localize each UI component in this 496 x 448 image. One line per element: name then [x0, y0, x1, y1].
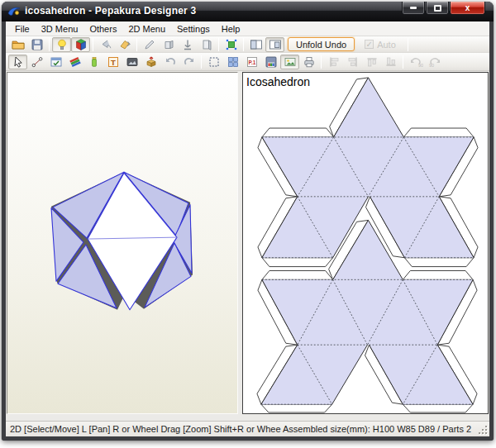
window-title: icosahedron - Pepakura Designer 3 — [25, 5, 196, 17]
menu-file[interactable]: File — [9, 22, 36, 36]
close-icon: x — [465, 4, 470, 12]
rotate-ccw-90-icon[interactable]: 90 — [406, 55, 425, 69]
window-content: File 3D Menu Others 2D Menu Settings Hel… — [6, 21, 489, 436]
toolbar-2d: T P.1 90 90 — [6, 53, 489, 71]
page-number-icon[interactable]: P.1 — [242, 55, 261, 69]
page-number-text: P.1 — [248, 60, 255, 65]
viewport-3d[interactable] — [7, 72, 238, 414]
check-icon: ✓ — [365, 41, 372, 49]
auto-label: Auto — [377, 40, 396, 50]
close-button[interactable]: x — [450, 2, 485, 15]
picture-icon[interactable] — [280, 55, 299, 69]
svg-text:90: 90 — [418, 62, 423, 67]
unfold-undo-label: Unfold Undo — [296, 40, 346, 50]
rotate-box-icon[interactable] — [115, 37, 134, 52]
main-toolbar: Unfold Undo ✓ Auto — [6, 36, 489, 53]
pin-icon[interactable] — [178, 37, 197, 52]
menu-3d[interactable]: 3D Menu — [36, 22, 84, 36]
panel-icon[interactable] — [197, 37, 216, 52]
rotate-cw-90-icon[interactable]: 90 — [425, 55, 444, 69]
layout-right-icon[interactable] — [265, 37, 284, 52]
pencil-icon[interactable] — [140, 37, 159, 52]
window-controls: x — [401, 2, 485, 15]
select-cursor-icon[interactable] — [8, 55, 27, 69]
menu-others[interactable]: Others — [83, 22, 122, 36]
marquee-select-icon[interactable] — [204, 55, 223, 69]
check-window-icon[interactable] — [46, 55, 65, 69]
edge-cut-icon[interactable] — [27, 55, 46, 69]
open-folder-icon[interactable] — [8, 37, 27, 52]
menu-2d[interactable]: 2D Menu — [122, 22, 171, 36]
text-box-icon[interactable]: T — [103, 55, 122, 69]
print-icon[interactable] — [299, 55, 318, 69]
minimize-icon — [410, 7, 417, 9]
light-bulb-icon[interactable] — [52, 37, 71, 52]
arrange-parts-icon[interactable] — [223, 55, 242, 69]
save-image-icon[interactable] — [261, 55, 280, 69]
unfold-undo-button[interactable]: Unfold Undo — [288, 37, 355, 51]
align-right-icon[interactable] — [343, 55, 362, 69]
dark-image-icon[interactable] — [122, 55, 141, 69]
status-bar: 2D [Select/Move] L [Pan] R or Wheel Drag… — [6, 421, 489, 436]
unfold-pattern[interactable] — [243, 73, 488, 413]
material-stripes-icon[interactable] — [65, 55, 84, 69]
auto-checkbox-box: ✓ — [365, 40, 374, 49]
align-left-icon[interactable] — [324, 55, 343, 69]
status-text: 2D [Select/Move] L [Pan] R or Wheel Drag… — [6, 424, 471, 434]
rotate-left-icon[interactable] — [96, 37, 115, 52]
menu-bar: File 3D Menu Others 2D Menu Settings Hel… — [6, 21, 489, 36]
minimize-button[interactable] — [402, 2, 425, 15]
save-icon[interactable] — [27, 37, 46, 52]
main-area: Icosahedron — [6, 71, 489, 415]
texture-cube-icon[interactable] — [71, 37, 90, 52]
maximize-button[interactable] — [426, 2, 449, 15]
align-bottom-icon[interactable] — [381, 55, 400, 69]
glue-stick-icon[interactable] — [84, 55, 103, 69]
app-window: icosahedron - Pepakura Designer 3 x File… — [2, 2, 494, 441]
part-name-label: Icosahedron — [246, 75, 310, 88]
undo-arrow-icon[interactable] — [160, 55, 179, 69]
model-3d-icosahedron[interactable] — [7, 73, 237, 413]
open-box-icon[interactable] — [141, 55, 160, 69]
auto-checkbox[interactable]: ✓ Auto — [365, 40, 396, 50]
layout-left-icon[interactable] — [246, 37, 265, 52]
menu-help[interactable]: Help — [216, 22, 246, 36]
resize-grip[interactable] — [477, 424, 488, 435]
app-icon — [7, 5, 21, 18]
prism-icon[interactable] — [159, 37, 178, 52]
title-bar[interactable]: icosahedron - Pepakura Designer 3 x — [2, 2, 494, 21]
maximize-icon — [434, 5, 441, 12]
svg-text:T: T — [111, 57, 116, 66]
svg-text:90: 90 — [429, 62, 434, 67]
align-top-icon[interactable] — [362, 55, 381, 69]
redo-arrow-icon[interactable] — [179, 55, 198, 69]
menu-settings[interactable]: Settings — [171, 22, 216, 36]
viewport-2d[interactable]: Icosahedron — [242, 72, 489, 414]
select-object-icon[interactable] — [222, 37, 241, 52]
